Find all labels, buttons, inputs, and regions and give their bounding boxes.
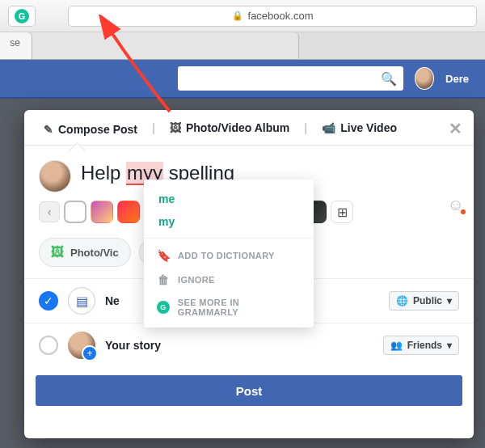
chevron-down-icon: ▾ — [447, 340, 452, 351]
live-video-icon: 📹 — [322, 121, 335, 134]
story-radio[interactable] — [39, 336, 58, 355]
grammarly-add-label: ADD TO DICTIONARY — [178, 251, 275, 260]
grammarly-suggestion[interactable]: my — [144, 210, 314, 233]
tab-compose-post[interactable]: ✎ Compose Post — [36, 120, 146, 144]
story-label: Your story — [105, 339, 161, 352]
close-button[interactable]: ✕ — [449, 119, 462, 145]
lock-icon: 🔒 — [232, 11, 243, 21]
story-privacy-label: Friends — [407, 340, 442, 351]
photo-video-button[interactable]: 🖼 Photo/Vic — [39, 238, 131, 267]
avatar — [39, 160, 71, 192]
browser-tab-inactive[interactable] — [32, 32, 299, 59]
emoji-button[interactable]: ☺ — [448, 196, 464, 214]
divider: | — [149, 121, 158, 142]
tab-compose-label: Compose Post — [58, 123, 137, 136]
grammarly-add-dictionary[interactable]: 🔖 ADD TO DICTIONARY — [144, 243, 314, 268]
chevron-left-icon[interactable]: ‹ — [39, 201, 60, 222]
browser-tabs: se — [0, 32, 485, 60]
divider: | — [301, 121, 310, 142]
background-swatch[interactable] — [64, 201, 86, 223]
tab-live-label: Live Video — [340, 121, 397, 134]
background-swatch[interactable] — [91, 201, 113, 223]
newsfeed-privacy-label: Public — [413, 295, 442, 306]
pencil-icon: ✎ — [44, 123, 53, 136]
tab-photo-album[interactable]: 🖼 Photo/Video Album — [162, 118, 297, 145]
friends-icon: 👥 — [390, 340, 403, 351]
url-text: facebook.com — [248, 10, 314, 22]
story-avatar — [68, 332, 95, 359]
tab-live-video[interactable]: 📹 Live Video — [314, 118, 405, 145]
avatar[interactable] — [415, 67, 434, 90]
globe-icon: 🌐 — [396, 295, 408, 306]
grammarly-ignore-label: IGNORE — [178, 275, 215, 285]
profile-name[interactable]: Dere — [445, 73, 469, 85]
newsfeed-label: Ne — [105, 294, 120, 307]
bookmark-icon: 🔖 — [157, 249, 170, 262]
post-button[interactable]: Post — [36, 375, 462, 406]
background-swatch[interactable] — [117, 201, 140, 223]
search-icon: 🔍 — [381, 71, 397, 87]
grammarly-suggestion[interactable]: me — [144, 188, 314, 210]
browser-toolbar: G 🔒 facebook.com — [0, 0, 485, 32]
grammarly-icon: G — [15, 9, 29, 23]
grammarly-popup: me my 🔖 ADD TO DICTIONARY 🗑 IGNORE G SEE… — [144, 180, 314, 328]
browser-tab-active[interactable]: se — [0, 32, 32, 59]
url-bar[interactable]: 🔒 facebook.com — [68, 6, 477, 27]
grammarly-icon: G — [157, 301, 170, 314]
newsfeed-radio[interactable]: ✓ — [39, 291, 58, 311]
newsfeed-icon: ▤ — [68, 287, 95, 315]
tab-album-label: Photo/Video Album — [186, 121, 289, 134]
trash-icon: 🗑 — [157, 273, 170, 286]
photo-video-label: Photo/Vic — [70, 247, 119, 259]
compose-tabs: ✎ Compose Post | 🖼 Photo/Video Album | 📹… — [24, 110, 474, 145]
post-text-segment: Help — [81, 162, 126, 184]
chevron-down-icon: ▾ — [447, 295, 452, 306]
facebook-search[interactable]: 🔍 — [178, 66, 403, 91]
facebook-header: 🔍 Dere — [0, 60, 485, 99]
story-privacy-button[interactable]: 👥 Friends ▾ — [383, 336, 459, 355]
grammarly-see-more[interactable]: G SEE MORE IN GRAMMARLY — [144, 292, 314, 323]
grammarly-ignore[interactable]: 🗑 IGNORE — [144, 268, 314, 292]
photo-icon: 🖼 — [51, 245, 64, 260]
photo-album-icon: 🖼 — [170, 121, 181, 134]
grammarly-more-label: SEE MORE IN GRAMMARLY — [178, 298, 301, 317]
grammarly-extension-button[interactable]: G — [8, 6, 36, 27]
audience-story-row: Your story 👥 Friends ▾ — [24, 323, 474, 367]
newsfeed-privacy-button[interactable]: 🌐 Public ▾ — [389, 291, 459, 311]
more-backgrounds-button[interactable]: ⊞ — [331, 201, 353, 223]
